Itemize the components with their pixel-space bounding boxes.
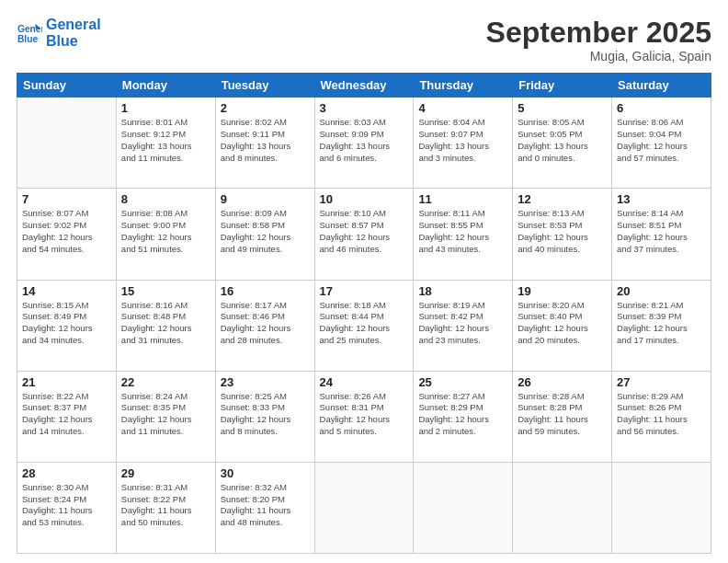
day-info: Sunrise: 8:28 AMSunset: 8:28 PMDaylight:… [518, 391, 607, 438]
table-row: 26Sunrise: 8:28 AMSunset: 8:28 PMDayligh… [513, 371, 612, 462]
day-info: Sunrise: 8:05 AMSunset: 9:05 PMDaylight:… [518, 117, 607, 164]
day-info: Sunrise: 8:01 AMSunset: 9:12 PMDaylight:… [121, 117, 210, 164]
day-info: Sunrise: 8:29 AMSunset: 8:26 PMDaylight:… [617, 391, 706, 438]
day-number: 24 [320, 375, 409, 389]
table-row: 8Sunrise: 8:08 AMSunset: 9:00 PMDaylight… [116, 189, 215, 280]
day-info: Sunrise: 8:25 AMSunset: 8:33 PMDaylight:… [221, 391, 310, 438]
header-monday: Monday [116, 74, 215, 98]
header: General Blue General Blue September 2025… [17, 17, 711, 63]
day-info: Sunrise: 8:10 AMSunset: 8:57 PMDaylight:… [320, 208, 409, 255]
logo-icon: General Blue [17, 20, 42, 46]
day-number: 25 [418, 375, 507, 389]
table-row: 6Sunrise: 8:06 AMSunset: 9:04 PMDaylight… [612, 98, 711, 189]
day-info: Sunrise: 8:26 AMSunset: 8:31 PMDaylight:… [320, 391, 409, 438]
table-row: 12Sunrise: 8:13 AMSunset: 8:53 PMDayligh… [513, 189, 612, 280]
weekday-header-row: Sunday Monday Tuesday Wednesday Thursday… [17, 74, 711, 98]
table-row: 3Sunrise: 8:03 AMSunset: 9:09 PMDaylight… [314, 98, 414, 189]
day-number: 16 [221, 284, 310, 298]
header-thursday: Thursday [414, 74, 513, 98]
day-info: Sunrise: 8:15 AMSunset: 8:49 PMDaylight:… [22, 300, 111, 347]
calendar-week-row: 21Sunrise: 8:22 AMSunset: 8:37 PMDayligh… [17, 371, 711, 462]
day-number: 23 [221, 375, 310, 389]
day-number: 10 [320, 192, 409, 206]
table-row: 28Sunrise: 8:30 AMSunset: 8:24 PMDayligh… [17, 462, 117, 553]
day-number: 6 [617, 101, 706, 115]
day-info: Sunrise: 8:09 AMSunset: 8:58 PMDaylight:… [221, 208, 310, 255]
day-info: Sunrise: 8:08 AMSunset: 9:00 PMDaylight:… [121, 208, 210, 255]
day-info: Sunrise: 8:07 AMSunset: 9:02 PMDaylight:… [22, 208, 111, 255]
day-number: 22 [121, 375, 210, 389]
day-info: Sunrise: 8:27 AMSunset: 8:29 PMDaylight:… [418, 391, 507, 438]
day-info: Sunrise: 8:32 AMSunset: 8:20 PMDaylight:… [221, 482, 310, 529]
day-info: Sunrise: 8:02 AMSunset: 9:11 PMDaylight:… [221, 117, 310, 164]
table-row: 27Sunrise: 8:29 AMSunset: 8:26 PMDayligh… [612, 371, 711, 462]
table-row: 22Sunrise: 8:24 AMSunset: 8:35 PMDayligh… [116, 371, 215, 462]
table-row: 10Sunrise: 8:10 AMSunset: 8:57 PMDayligh… [314, 189, 414, 280]
location: Mugia, Galicia, Spain [486, 49, 711, 63]
day-info: Sunrise: 8:06 AMSunset: 9:04 PMDaylight:… [617, 117, 706, 164]
day-number: 20 [617, 284, 706, 298]
table-row [414, 462, 513, 553]
table-row: 13Sunrise: 8:14 AMSunset: 8:51 PMDayligh… [612, 189, 711, 280]
day-number: 26 [518, 375, 607, 389]
day-number: 19 [518, 284, 607, 298]
day-info: Sunrise: 8:03 AMSunset: 9:09 PMDaylight:… [320, 117, 409, 164]
day-number: 30 [221, 466, 310, 480]
day-number: 3 [320, 101, 409, 115]
svg-text:General: General [17, 24, 42, 34]
day-number: 18 [418, 284, 507, 298]
header-tuesday: Tuesday [215, 74, 314, 98]
table-row [17, 98, 117, 189]
day-number: 1 [121, 101, 210, 115]
table-row [513, 462, 612, 553]
day-number: 12 [518, 192, 607, 206]
logo: General Blue General Blue [17, 17, 101, 49]
table-row: 2Sunrise: 8:02 AMSunset: 9:11 PMDaylight… [215, 98, 314, 189]
calendar-table: Sunday Monday Tuesday Wednesday Thursday… [17, 73, 711, 554]
day-number: 27 [617, 375, 706, 389]
table-row: 16Sunrise: 8:17 AMSunset: 8:46 PMDayligh… [215, 280, 314, 371]
day-number: 14 [22, 284, 111, 298]
day-number: 9 [221, 192, 310, 206]
table-row: 25Sunrise: 8:27 AMSunset: 8:29 PMDayligh… [414, 371, 513, 462]
header-sunday: Sunday [17, 74, 117, 98]
table-row: 11Sunrise: 8:11 AMSunset: 8:55 PMDayligh… [414, 189, 513, 280]
table-row: 20Sunrise: 8:21 AMSunset: 8:39 PMDayligh… [612, 280, 711, 371]
day-number: 5 [518, 101, 607, 115]
table-row: 17Sunrise: 8:18 AMSunset: 8:44 PMDayligh… [314, 280, 414, 371]
day-info: Sunrise: 8:20 AMSunset: 8:40 PMDaylight:… [518, 300, 607, 347]
day-info: Sunrise: 8:11 AMSunset: 8:55 PMDaylight:… [418, 208, 507, 255]
day-number: 29 [121, 466, 210, 480]
table-row: 21Sunrise: 8:22 AMSunset: 8:37 PMDayligh… [17, 371, 117, 462]
day-info: Sunrise: 8:31 AMSunset: 8:22 PMDaylight:… [121, 482, 210, 529]
page: General Blue General Blue September 2025… [0, 0, 728, 563]
day-number: 11 [418, 192, 507, 206]
day-info: Sunrise: 8:14 AMSunset: 8:51 PMDaylight:… [617, 208, 706, 255]
table-row [612, 462, 711, 553]
day-info: Sunrise: 8:24 AMSunset: 8:35 PMDaylight:… [121, 391, 210, 438]
table-row: 30Sunrise: 8:32 AMSunset: 8:20 PMDayligh… [215, 462, 314, 553]
header-saturday: Saturday [612, 74, 711, 98]
day-number: 21 [22, 375, 111, 389]
table-row: 14Sunrise: 8:15 AMSunset: 8:49 PMDayligh… [17, 280, 117, 371]
day-number: 28 [22, 466, 111, 480]
header-friday: Friday [513, 74, 612, 98]
svg-text:Blue: Blue [17, 34, 39, 44]
table-row [314, 462, 414, 553]
day-number: 15 [121, 284, 210, 298]
day-info: Sunrise: 8:17 AMSunset: 8:46 PMDaylight:… [221, 300, 310, 347]
title-section: September 2025 Mugia, Galicia, Spain [486, 17, 711, 63]
day-number: 13 [617, 192, 706, 206]
table-row: 18Sunrise: 8:19 AMSunset: 8:42 PMDayligh… [414, 280, 513, 371]
day-info: Sunrise: 8:22 AMSunset: 8:37 PMDaylight:… [22, 391, 111, 438]
day-number: 17 [320, 284, 409, 298]
table-row: 1Sunrise: 8:01 AMSunset: 9:12 PMDaylight… [116, 98, 215, 189]
day-info: Sunrise: 8:19 AMSunset: 8:42 PMDaylight:… [418, 300, 507, 347]
calendar-week-row: 7Sunrise: 8:07 AMSunset: 9:02 PMDaylight… [17, 189, 711, 280]
calendar-week-row: 1Sunrise: 8:01 AMSunset: 9:12 PMDaylight… [17, 98, 711, 189]
day-info: Sunrise: 8:18 AMSunset: 8:44 PMDaylight:… [320, 300, 409, 347]
table-row: 24Sunrise: 8:26 AMSunset: 8:31 PMDayligh… [314, 371, 414, 462]
month-title: September 2025 [486, 17, 711, 49]
table-row: 5Sunrise: 8:05 AMSunset: 9:05 PMDaylight… [513, 98, 612, 189]
day-info: Sunrise: 8:13 AMSunset: 8:53 PMDaylight:… [518, 208, 607, 255]
